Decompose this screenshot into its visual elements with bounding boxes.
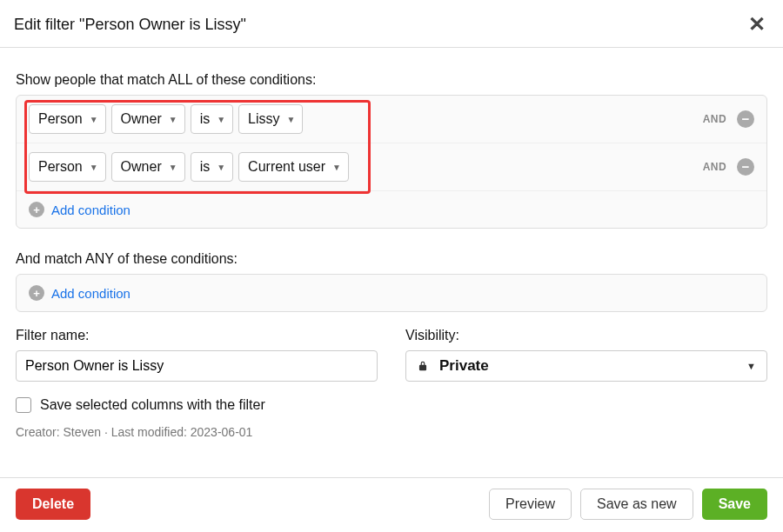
delete-button[interactable]: Delete xyxy=(16,489,90,520)
field-value: Owner xyxy=(121,111,162,127)
any-conditions-box: + Add condition xyxy=(16,274,767,312)
chevron-down-icon: ▼ xyxy=(169,163,177,172)
value-value: Current user xyxy=(248,159,325,175)
entity-select[interactable]: Person ▼ xyxy=(29,104,106,134)
add-condition-link: Add condition xyxy=(51,286,130,301)
field-select[interactable]: Owner ▼ xyxy=(111,104,185,134)
add-condition-row[interactable]: + Add condition xyxy=(17,275,766,311)
chevron-down-icon: ▼ xyxy=(90,163,98,172)
meta-info: Creator: Steven · Last modified: 2023-06… xyxy=(16,425,767,439)
operator-select[interactable]: is ▼ xyxy=(191,104,233,134)
add-condition-link: Add condition xyxy=(51,203,130,217)
entity-select[interactable]: Person ▼ xyxy=(29,152,106,182)
remove-condition-icon[interactable]: − xyxy=(737,110,754,128)
visibility-value: Private xyxy=(439,357,746,375)
entity-value: Person xyxy=(38,111,83,127)
joiner-label: AND xyxy=(703,113,726,125)
value-value: Lissy xyxy=(248,111,279,127)
chevron-down-icon: ▼ xyxy=(746,361,756,371)
chevron-down-icon: ▼ xyxy=(332,163,341,172)
plus-icon: + xyxy=(29,202,44,217)
operator-value: is xyxy=(200,159,211,175)
preview-button[interactable]: Preview xyxy=(489,489,572,520)
condition-row: Person ▼ Owner ▼ is ▼ Lissy ▼ AND − xyxy=(17,96,766,143)
field-value: Owner xyxy=(121,159,162,175)
save-columns-label: Save selected columns with the filter xyxy=(40,397,265,413)
field-select[interactable]: Owner ▼ xyxy=(111,152,185,182)
chevron-down-icon: ▼ xyxy=(287,115,296,124)
operator-value: is xyxy=(200,111,211,127)
value-select[interactable]: Current user ▼ xyxy=(238,152,349,182)
visibility-label: Visibility: xyxy=(405,328,767,343)
close-icon[interactable]: ✕ xyxy=(748,14,766,35)
operator-select[interactable]: is ▼ xyxy=(191,152,233,182)
dialog-header: Edit filter "Person Owner is Lissy" ✕ xyxy=(0,0,783,48)
joiner-label: AND xyxy=(703,161,726,173)
entity-value: Person xyxy=(38,159,83,175)
any-conditions-label: And match ANY of these conditions: xyxy=(16,251,767,267)
dialog-title: Edit filter "Person Owner is Lissy" xyxy=(14,16,246,34)
chevron-down-icon: ▼ xyxy=(217,115,225,124)
all-conditions-label: Show people that match ALL of these cond… xyxy=(16,72,767,88)
filter-name-label: Filter name: xyxy=(16,328,378,343)
dialog-footer: Delete Preview Save as new Save xyxy=(0,477,783,532)
chevron-down-icon: ▼ xyxy=(169,115,177,124)
condition-row: Person ▼ Owner ▼ is ▼ Current user ▼ AND… xyxy=(17,143,766,191)
lock-icon xyxy=(417,360,429,372)
plus-icon: + xyxy=(29,285,44,301)
remove-condition-icon[interactable]: − xyxy=(737,158,754,176)
chevron-down-icon: ▼ xyxy=(90,115,98,124)
add-condition-row[interactable]: + Add condition xyxy=(17,191,766,228)
save-button[interactable]: Save xyxy=(702,489,767,520)
save-as-new-button[interactable]: Save as new xyxy=(580,489,693,520)
visibility-select[interactable]: Private ▼ xyxy=(405,350,767,382)
chevron-down-icon: ▼ xyxy=(217,163,225,172)
save-columns-checkbox[interactable] xyxy=(16,397,31,413)
value-select[interactable]: Lissy ▼ xyxy=(238,104,303,134)
all-conditions-box: Person ▼ Owner ▼ is ▼ Lissy ▼ AND − xyxy=(16,95,767,229)
filter-name-input[interactable] xyxy=(16,350,378,382)
